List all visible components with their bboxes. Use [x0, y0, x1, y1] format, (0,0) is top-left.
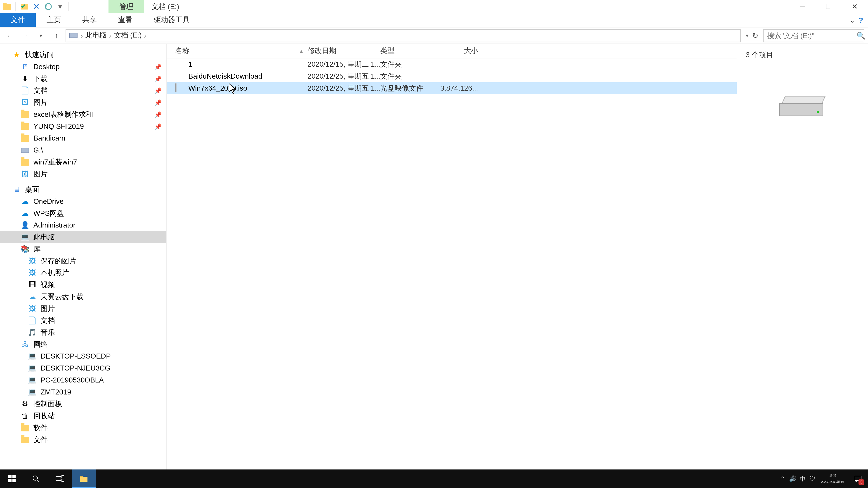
taskbar: ⌃ 🔊 中 🛡 16:32 2020/12/25, 星期五 3: [0, 469, 868, 488]
nav-net4[interactable]: 💻ZMT2019: [0, 386, 166, 398]
nav-pics3[interactable]: 🖼图片: [0, 303, 166, 315]
breadcrumb-thispc[interactable]: 此电脑: [85, 30, 107, 40]
notification-badge: 3: [859, 480, 864, 485]
nav-net3[interactable]: 💻PC-20190530OBLA: [0, 374, 166, 386]
pictures-icon: 🖼: [27, 256, 37, 266]
search-button[interactable]: [24, 469, 48, 488]
address-box[interactable]: › 此电脑 › 文档 (E:) ›: [66, 29, 741, 42]
documents-icon: 📄: [27, 316, 37, 325]
nav-yunqishi[interactable]: YUNQISHI2019📌: [0, 121, 166, 132]
search-icon[interactable]: 🔍: [857, 31, 866, 39]
chevron-right-icon[interactable]: ›: [144, 31, 147, 39]
nav-docs2[interactable]: 📄文档: [0, 315, 166, 326]
file-row[interactable]: 1 2020/12/15, 星期二 1... 文件夹: [167, 58, 737, 70]
ribbon-tab-home[interactable]: 主页: [36, 13, 71, 27]
col-type[interactable]: 类型: [380, 44, 441, 58]
address-dropdown-icon[interactable]: ▾: [746, 33, 749, 38]
nav-forward-button[interactable]: →: [19, 29, 32, 42]
start-button[interactable]: [0, 469, 24, 488]
nav-quick-access[interactable]: ★快速访问: [0, 49, 166, 61]
nav-back-button[interactable]: ←: [4, 29, 17, 42]
taskbar-explorer[interactable]: [72, 469, 96, 488]
col-date[interactable]: 修改日期: [308, 44, 380, 58]
nav-up-button[interactable]: ↑: [50, 29, 63, 42]
ribbon-tab-file[interactable]: 文件: [0, 13, 36, 27]
nav-documents[interactable]: 📄文档📌: [0, 85, 166, 96]
action-center-button[interactable]: 3: [848, 469, 868, 488]
file-type: 光盘映像文件: [380, 83, 441, 93]
taskview-button[interactable]: [48, 469, 72, 488]
svg-line-16: [37, 480, 39, 482]
nav-tianyi[interactable]: ☁天翼云盘下载: [0, 291, 166, 303]
pin-icon: 📌: [154, 87, 162, 94]
svg-rect-12: [12, 475, 16, 478]
svg-rect-11: [8, 475, 11, 478]
nav-net2[interactable]: 💻DESKTOP-NJEU3CG: [0, 362, 166, 374]
ribbon-tab-share[interactable]: 共享: [71, 13, 107, 27]
search-input[interactable]: [767, 31, 857, 39]
file-name: 1: [188, 60, 192, 68]
maximize-button[interactable]: ☐: [815, 0, 842, 13]
nav-videos[interactable]: 🎞视频: [0, 279, 166, 291]
chevron-right-icon[interactable]: ›: [81, 31, 83, 39]
nav-pictures[interactable]: 🖼图片📌: [0, 96, 166, 108]
nav-files[interactable]: 文件: [0, 434, 166, 446]
pin-icon: 📌: [154, 111, 162, 118]
close-button[interactable]: ✕: [842, 0, 868, 13]
sort-asc-icon: ▲: [299, 48, 307, 54]
qat-dropdown-icon[interactable]: ▾: [55, 2, 65, 11]
tray-overflow-icon[interactable]: ⌃: [778, 469, 788, 488]
nav-admin[interactable]: 👤Administrator: [0, 219, 166, 231]
nav-downloads[interactable]: ⬇下载📌: [0, 73, 166, 85]
ribbon-expand-icon[interactable]: ⌄: [849, 16, 855, 24]
refresh-icon[interactable]: ↻: [752, 31, 758, 39]
nav-soft[interactable]: 软件: [0, 422, 166, 434]
qat-undo-icon[interactable]: [43, 2, 53, 11]
nav-localphotos[interactable]: 🖼本机照片: [0, 267, 166, 279]
col-name[interactable]: 名称▲: [175, 44, 307, 58]
folder-icon: [20, 109, 30, 119]
qat-delete-icon[interactable]: ✕: [32, 2, 41, 11]
address-bar: ← → ▾ ↑ › 此电脑 › 文档 (E:) › ▾ ↻ 🔍: [0, 27, 868, 44]
nav-libraries[interactable]: 📚库: [0, 243, 166, 255]
file-row[interactable]: Win7x64_2020.iso 2020/12/25, 星期五 1... 光盘…: [167, 82, 737, 94]
nav-gdrive[interactable]: G:\: [0, 144, 166, 156]
nav-savedpics[interactable]: 🖼保存的图片: [0, 255, 166, 267]
nav-thispc[interactable]: 💻此电脑: [0, 231, 166, 243]
window-title: 文档 (E:): [151, 2, 179, 12]
nav-desktop2[interactable]: 🖥桌面: [0, 184, 166, 195]
nav-recycle[interactable]: 🗑回收站: [0, 410, 166, 422]
nav-pictures2[interactable]: 🖼图片: [0, 168, 166, 180]
drive-icon: [20, 145, 30, 155]
nav-net1[interactable]: 💻DESKTOP-LSSOEDP: [0, 350, 166, 362]
nav-onedrive[interactable]: ☁OneDrive: [0, 195, 166, 207]
nav-desktop[interactable]: 🖥Desktop📌: [0, 61, 166, 73]
ribbon-tab-drivetools[interactable]: 驱动器工具: [143, 13, 200, 27]
nav-music[interactable]: 🎵音乐: [0, 326, 166, 338]
nav-win7[interactable]: win7重装win7: [0, 156, 166, 168]
minimize-button[interactable]: ─: [789, 0, 815, 13]
col-size[interactable]: 大小: [441, 44, 480, 58]
ribbon-tab-view[interactable]: 查看: [107, 13, 143, 27]
volume-icon[interactable]: 🔊: [788, 469, 798, 488]
nav-bandicam[interactable]: Bandicam: [0, 132, 166, 144]
nav-wps[interactable]: ☁WPS网盘: [0, 207, 166, 219]
help-icon[interactable]: ?: [859, 16, 863, 24]
nav-network[interactable]: 🖧网络: [0, 338, 166, 350]
context-tab-manage[interactable]: 管理: [108, 0, 144, 13]
file-row[interactable]: BaiduNetdiskDownload 2020/12/25, 星期五 1..…: [167, 70, 737, 82]
pc-icon: 💻: [27, 375, 37, 385]
security-icon[interactable]: 🛡: [808, 469, 817, 488]
nav-ctrlpanel[interactable]: ⚙控制面板: [0, 398, 166, 410]
taskbar-clock[interactable]: 16:32 2020/12/25, 星期五: [817, 473, 848, 485]
qat-properties-icon[interactable]: [20, 2, 29, 11]
chevron-right-icon[interactable]: ›: [109, 31, 112, 39]
svg-rect-21: [80, 476, 84, 477]
breadcrumb-current[interactable]: 文档 (E:): [114, 30, 142, 40]
search-box[interactable]: 🔍: [763, 29, 864, 42]
ime-icon[interactable]: 中: [798, 469, 808, 488]
nav-excel[interactable]: excel表格制作求和📌: [0, 108, 166, 121]
cloud-icon: ☁: [27, 292, 37, 301]
iso-icon: [175, 84, 185, 93]
nav-recent-dropdown[interactable]: ▾: [35, 29, 48, 42]
